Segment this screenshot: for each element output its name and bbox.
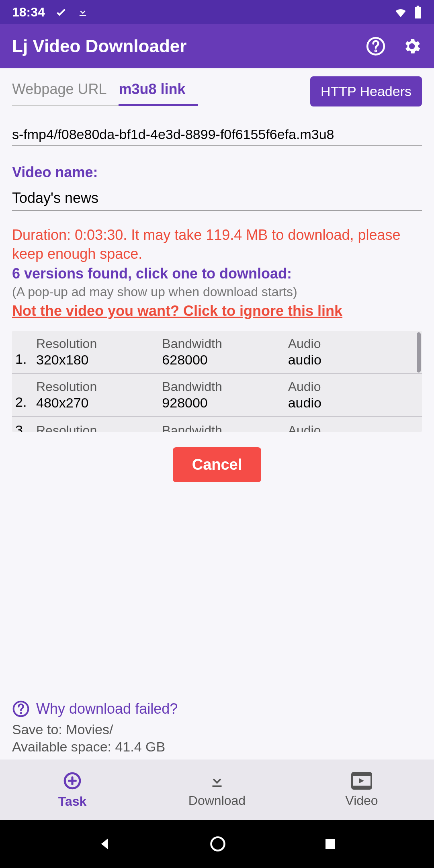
version-index: 3. [12,422,36,432]
nav-video[interactable]: Video [289,760,434,820]
nav-video-label: Video [345,793,378,808]
tab-webpage-url[interactable]: Webpage URL [12,77,119,106]
versions-found-message: 6 versions found, click one to download: [12,265,422,282]
check-icon [55,6,68,18]
nav-download[interactable]: Download [145,760,289,820]
bandwidth-value: 628000 [162,352,288,368]
resolution-value: 320x180 [36,352,162,368]
app-bar: Lj Video Downloader [0,24,434,68]
svg-rect-1 [417,6,419,7]
audio-label: Audio [288,336,414,351]
svg-rect-8 [352,773,371,776]
battery-icon [414,6,422,18]
bandwidth-label: Bandwidth [162,423,288,432]
version-index: 2. [12,394,36,411]
tabs-row: Webpage URL m3u8 link HTTP Headers [0,68,434,106]
audio-value: audio [288,395,414,411]
audio-label: Audio [288,379,414,394]
svg-point-3 [375,50,376,51]
scroll-indicator[interactable] [417,332,421,373]
why-download-failed-link[interactable]: Why download failed? [12,700,422,718]
help-icon [12,700,30,718]
wifi-icon [394,5,407,19]
app-title: Lj Video Downloader [12,36,186,56]
footer-info: Why download failed? Save to: Movies/ Av… [0,700,434,760]
tab-m3u8-link[interactable]: m3u8 link [119,77,197,106]
video-icon [351,772,372,790]
bandwidth-value: 928000 [162,395,288,411]
bandwidth-label: Bandwidth [162,379,288,394]
ad-note: (A pop-up ad may show up when download s… [12,285,422,299]
nav-download-label: Download [188,793,246,808]
duration-message: Duration: 0:03:30. It may take 119.4 MB … [12,226,422,264]
resolution-label: Resolution [36,336,162,351]
cancel-button[interactable]: Cancel [173,447,262,482]
audio-label: Audio [288,423,414,432]
system-nav-bar [0,820,434,868]
bandwidth-label: Bandwidth [162,336,288,351]
url-input[interactable] [12,127,422,146]
svg-point-5 [20,712,21,713]
svg-rect-11 [326,839,335,849]
available-space-text: Available space: 41.4 GB [12,739,422,755]
plus-circle-icon [62,771,82,791]
audio-value: audio [288,352,414,368]
versions-list[interactable]: 1. Resolution 320x180 Bandwidth 628000 A… [12,331,422,432]
http-headers-button[interactable]: HTTP Headers [310,76,422,106]
version-row[interactable]: 3. Resolution Bandwidth Audio [12,417,422,432]
video-name-label: Video name: [12,164,422,181]
resolution-value: 480x270 [36,395,162,411]
svg-rect-0 [415,7,421,18]
download-icon [77,6,88,18]
download-icon [208,772,226,790]
why-failed-text: Why download failed? [36,700,178,717]
nav-task[interactable]: Task [0,760,145,820]
home-icon[interactable] [209,835,227,853]
nav-task-label: Task [58,794,87,809]
bottom-nav: Task Download Video [0,760,434,820]
help-icon[interactable] [366,36,386,56]
status-time: 18:34 [12,5,45,20]
svg-point-10 [211,837,225,851]
video-name-input[interactable] [12,190,422,211]
recent-icon[interactable] [323,837,338,851]
settings-icon[interactable] [402,36,422,56]
status-bar: 18:34 [0,0,434,24]
version-row[interactable]: 1. Resolution 320x180 Bandwidth 628000 A… [12,331,422,374]
version-index: 1. [12,351,36,368]
save-to-text: Save to: Movies/ [12,722,422,737]
resolution-label: Resolution [36,379,162,394]
svg-rect-9 [352,786,371,789]
resolution-label: Resolution [36,423,162,432]
ignore-link[interactable]: Not the video you want? Click to ignore … [12,303,422,319]
version-row[interactable]: 2. Resolution 480x270 Bandwidth 928000 A… [12,374,422,417]
back-icon[interactable] [96,836,113,852]
